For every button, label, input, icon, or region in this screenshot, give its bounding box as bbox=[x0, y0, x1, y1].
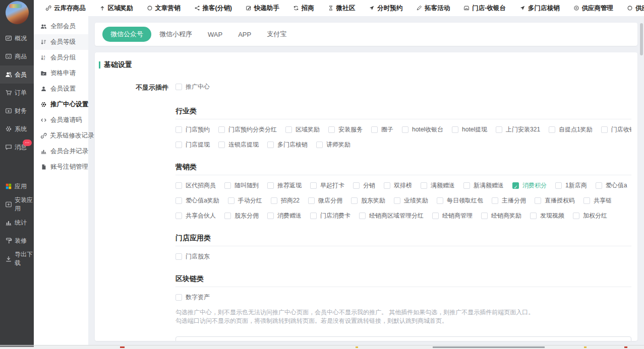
checkbox-box[interactable] bbox=[549, 126, 555, 133]
checkbox-box[interactable] bbox=[267, 182, 274, 189]
checkbox-box[interactable] bbox=[267, 213, 274, 219]
submenu-item-link[interactable]: 关系链修改记录 bbox=[34, 128, 88, 144]
checkbox-hide-promotion-center[interactable]: 推广中心 bbox=[175, 83, 210, 91]
checkbox-box[interactable] bbox=[218, 142, 225, 148]
topnav-item[interactable]: 推客(分销) bbox=[194, 4, 232, 13]
checkbox-微店分佣[interactable]: 微店分佣 bbox=[308, 195, 342, 205]
checkbox-安装服务[interactable]: 安装服务 bbox=[328, 124, 363, 134]
checkbox-门店预约[interactable]: 门店预约 bbox=[175, 124, 210, 134]
checkbox-上门安装321[interactable]: 上门安装321 bbox=[496, 124, 540, 134]
checkbox-每日领取红包[interactable]: 每日领取红包 bbox=[437, 195, 483, 205]
checkbox-box[interactable] bbox=[285, 126, 292, 133]
checkbox-双排榜[interactable]: 双排榜 bbox=[384, 180, 412, 190]
sidebar-item-overview[interactable]: 概况 bbox=[0, 29, 34, 47]
checkbox-1新店商[interactable]: 1新店商 bbox=[555, 180, 587, 190]
sidebar-item-message[interactable]: 消息⋯ bbox=[0, 138, 34, 156]
topnav-item[interactable]: 文章营销 bbox=[147, 4, 181, 13]
sidebar-item-member[interactable]: 会员 bbox=[0, 65, 34, 84]
checkbox-门店股东[interactable]: 门店股东 bbox=[175, 251, 210, 261]
checkbox-box[interactable] bbox=[496, 126, 502, 133]
checkbox-box[interactable] bbox=[402, 126, 408, 133]
checkbox-box[interactable] bbox=[573, 213, 579, 219]
sidebar-item-apps[interactable]: 应用 bbox=[0, 177, 34, 195]
checkbox-box[interactable] bbox=[228, 197, 235, 204]
sidebar-item-install[interactable]: 安装应用 bbox=[0, 195, 34, 214]
checkbox-box[interactable] bbox=[175, 84, 182, 90]
checkbox-box[interactable] bbox=[384, 182, 390, 189]
checkbox-推荐返现[interactable]: 推荐返现 bbox=[267, 180, 302, 190]
checkbox-门店提现[interactable]: 门店提现 bbox=[175, 139, 210, 150]
topnav-item[interactable]: 云库存商品 bbox=[45, 4, 86, 13]
checkbox-box[interactable] bbox=[310, 213, 317, 219]
topnav-item[interactable]: 微社区 bbox=[328, 4, 356, 13]
submenu-item-code[interactable]: 会员邀请码 bbox=[34, 112, 88, 128]
checkbox-box[interactable] bbox=[481, 213, 488, 219]
checkbox-新满额赠送[interactable]: 新满额赠送 bbox=[463, 180, 504, 190]
tab-APP[interactable]: APP bbox=[238, 31, 251, 38]
avatar[interactable] bbox=[6, 1, 29, 24]
checkbox-爱心值a[interactable]: 爱心值a bbox=[596, 180, 627, 190]
checkbox-经销商区域管理分红[interactable]: 经销商区域管理分红 bbox=[359, 211, 424, 221]
tab-微信公众号[interactable]: 微信公众号 bbox=[102, 27, 151, 42]
checkbox-门店预约分类分红[interactable]: 门店预约分类分红 bbox=[218, 124, 277, 134]
checkbox-自提点1奖励[interactable]: 自提点1奖励 bbox=[549, 124, 593, 134]
checkbox-box[interactable] bbox=[353, 182, 360, 189]
checkbox-消费积分[interactable]: 消费积分 bbox=[512, 180, 547, 190]
checkbox-发现视频[interactable]: 发现视频 bbox=[530, 211, 564, 221]
checkbox-随叫随到[interactable]: 随叫随到 bbox=[224, 180, 259, 190]
sidebar-item-goods[interactable]: 商品 bbox=[0, 47, 34, 65]
checkbox-连锁店提现[interactable]: 连锁店提现 bbox=[218, 139, 259, 150]
checkbox-共享链[interactable]: 共享链 bbox=[583, 195, 612, 205]
topnav-item[interactable]: 快递助手 bbox=[246, 4, 279, 13]
checkbox-多门店核销[interactable]: 多门店核销 bbox=[267, 139, 308, 150]
checkbox-加权分红[interactable]: 加权分红 bbox=[573, 211, 607, 221]
sidebar-item-export[interactable]: 导出下载 bbox=[0, 250, 34, 268]
submenu-item-folder-check[interactable]: 资格申请 bbox=[34, 65, 88, 81]
checkbox-爱心值a奖励[interactable]: 爱心值a奖励 bbox=[175, 195, 219, 205]
checkbox-box[interactable] bbox=[175, 126, 182, 133]
checkbox-box[interactable] bbox=[175, 197, 182, 204]
topnav-item[interactable]: 招商 bbox=[293, 4, 314, 13]
checkbox-圈子[interactable]: 圈子 bbox=[371, 124, 393, 134]
checkbox-box[interactable] bbox=[175, 142, 182, 148]
sidebar-item-stats[interactable]: 统计 bbox=[0, 214, 34, 232]
checkbox-box[interactable] bbox=[371, 126, 378, 133]
topnav-item[interactable]: 供应链 bbox=[627, 4, 644, 13]
checkbox-box[interactable] bbox=[271, 197, 277, 204]
checkbox-共享合伙人[interactable]: 共享合伙人 bbox=[175, 211, 216, 221]
checkbox-box[interactable] bbox=[351, 197, 358, 204]
checkbox-box[interactable] bbox=[175, 213, 182, 219]
checkbox-box[interactable] bbox=[267, 142, 274, 148]
sidebar-item-order[interactable]: 订单 bbox=[0, 84, 34, 102]
checkbox-分销[interactable]: 分销 bbox=[353, 180, 375, 190]
checkbox-box[interactable] bbox=[310, 182, 317, 189]
checkbox-hotel提现[interactable]: hotel提现 bbox=[452, 124, 487, 134]
checkbox-box[interactable] bbox=[218, 126, 225, 133]
tab-WAP[interactable]: WAP bbox=[208, 31, 222, 38]
submenu-item-file[interactable]: 账号注销管理 bbox=[34, 159, 88, 175]
checkbox-数字资产[interactable]: 数字资产 bbox=[175, 292, 210, 302]
topnav-item[interactable]: 分时预约 bbox=[369, 4, 402, 13]
checkbox-区域奖励[interactable]: 区域奖励 bbox=[285, 124, 320, 134]
checkbox-box[interactable] bbox=[596, 182, 602, 189]
checkbox-box[interactable] bbox=[421, 182, 427, 189]
checkbox-区代招商员[interactable]: 区代招商员 bbox=[175, 180, 216, 190]
checkbox-hotel收银台[interactable]: hotel收银台 bbox=[402, 124, 443, 134]
checkbox-门店收银台[interactable]: 门店收银台 bbox=[601, 124, 631, 134]
checkbox-门店消费卡[interactable]: 门店消费卡 bbox=[310, 211, 350, 221]
scrollbar-thumb[interactable] bbox=[640, 23, 643, 55]
sidebar-item-finance[interactable]: 财务 bbox=[0, 102, 34, 120]
h5-redirect-input[interactable] bbox=[175, 336, 631, 341]
checkbox-box[interactable] bbox=[530, 213, 537, 219]
checkbox-box[interactable] bbox=[175, 253, 182, 260]
checkbox-业绩奖励[interactable]: 业绩奖励 bbox=[394, 195, 428, 205]
sidebar-item-gear[interactable]: 系统 bbox=[0, 120, 34, 138]
topnav-item[interactable]: 多门店核销 bbox=[519, 4, 560, 13]
sidebar-item-design[interactable]: 装修 bbox=[0, 232, 34, 250]
submenu-item-sort-down[interactable]: 会员等级 bbox=[34, 34, 88, 50]
checkbox-经销商管理[interactable]: 经销商管理 bbox=[432, 211, 473, 221]
tab-微信小程序[interactable]: 微信小程序 bbox=[159, 30, 192, 39]
checkbox-手动分红[interactable]: 手动分红 bbox=[228, 195, 262, 205]
checkbox-box[interactable] bbox=[512, 182, 519, 189]
checkbox-招商22[interactable]: 招商22 bbox=[271, 195, 300, 205]
